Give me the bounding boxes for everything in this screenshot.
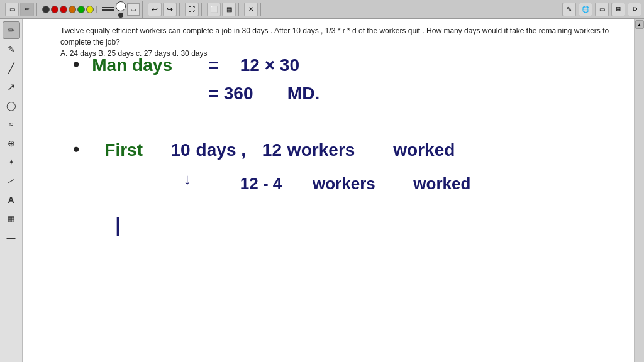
tool-line[interactable]: ╱ bbox=[3, 59, 20, 77]
tool-brush[interactable]: ≈ bbox=[3, 116, 20, 133]
tool-arrow[interactable]: ↗ bbox=[3, 78, 20, 96]
svg-text:MD.: MD. bbox=[287, 84, 319, 103]
toolbar-group-colors bbox=[40, 6, 97, 13]
web-icon[interactable]: 🌐 bbox=[579, 3, 592, 16]
svg-text:days ,: days , bbox=[196, 140, 247, 160]
tool-btn-1[interactable]: ⬜ bbox=[207, 3, 221, 16]
toolbar-group-history: ↩ ↪ bbox=[145, 3, 180, 16]
whiteboard-canvas[interactable]: Twelve equally efficient workers can com… bbox=[23, 19, 634, 362]
color-red1[interactable] bbox=[51, 6, 58, 13]
svg-text:|: | bbox=[115, 213, 121, 236]
fullscreen-btn[interactable]: ⛶ bbox=[185, 3, 199, 16]
toolbar-group-view: ⛶ bbox=[182, 3, 202, 16]
shape-tool-btn[interactable]: ▭ bbox=[5, 3, 19, 16]
handwriting-layer: Man days = 12 × 30 = 360 MD. First 10 da… bbox=[23, 19, 634, 362]
svg-text:=: = bbox=[209, 55, 219, 75]
redo-btn[interactable]: ↪ bbox=[163, 3, 177, 16]
scroll-up-btn[interactable]: ▲ bbox=[635, 20, 644, 29]
tool-shape[interactable]: ◯ bbox=[3, 97, 20, 114]
svg-text:workers: workers bbox=[312, 174, 375, 193]
tool-divider[interactable]: — bbox=[3, 229, 20, 246]
right-panel: ▲ bbox=[634, 19, 644, 362]
undo-btn[interactable]: ↩ bbox=[148, 3, 162, 16]
pen-tool-btn[interactable]: ✏ bbox=[20, 3, 34, 16]
svg-text:workers: workers bbox=[287, 140, 355, 160]
svg-text:worked: worked bbox=[392, 140, 455, 160]
toolbar-right: ✎ 🌐 ▭ 🖥 ⚙ bbox=[562, 3, 641, 16]
toolbar-group-shapes: ▭ ✏ bbox=[3, 3, 37, 16]
tool-image[interactable]: ▦ bbox=[3, 210, 20, 228]
color-green[interactable] bbox=[77, 6, 85, 13]
svg-text:12 - 4: 12 - 4 bbox=[240, 174, 282, 193]
toolbar-group-tools2: ⬜ ▦ bbox=[204, 3, 239, 16]
svg-text:= 360: = 360 bbox=[209, 84, 253, 103]
monitor-icon[interactable]: 🖥 bbox=[611, 3, 625, 16]
svg-text:worked: worked bbox=[413, 174, 470, 193]
settings2-icon[interactable]: ⚙ bbox=[628, 3, 641, 16]
svg-point-0 bbox=[74, 62, 79, 67]
stroke-selector[interactable]: ▭ bbox=[127, 3, 140, 16]
svg-text:Man days: Man days bbox=[92, 55, 172, 75]
tool-eraser[interactable]: ✏ bbox=[3, 21, 20, 39]
tool-text[interactable]: A bbox=[3, 191, 20, 209]
tool-btn-2[interactable]: ▦ bbox=[222, 3, 236, 16]
color-red2[interactable] bbox=[60, 6, 67, 13]
tool-pencil[interactable]: ✎ bbox=[3, 40, 20, 58]
main-toolbar: ▭ ✏ ▭ ↩ ↪ ⛶ ⬜ ▦ ✕ ✎ 🌐 ▭ 🖥 bbox=[0, 0, 644, 19]
toolbar-group-stroke: ▭ bbox=[99, 1, 143, 18]
svg-point-6 bbox=[74, 147, 79, 152]
toolbar-group-extra: ✕ bbox=[242, 3, 261, 16]
color-orange[interactable] bbox=[69, 6, 76, 13]
color-black[interactable] bbox=[42, 6, 50, 13]
left-sidebar: ✏ ✎ ╱ ↗ ◯ ≈ ⊕ ✦ / A ▦ — bbox=[0, 19, 23, 362]
main-area: ✏ ✎ ╱ ↗ ◯ ≈ ⊕ ✦ / A ▦ — Twelve equally e… bbox=[0, 19, 644, 362]
tool-zoom[interactable]: ⊕ bbox=[3, 134, 20, 152]
window-icon[interactable]: ▭ bbox=[595, 3, 609, 16]
tool-move[interactable]: ✦ bbox=[3, 153, 20, 171]
svg-text:12: 12 bbox=[262, 140, 282, 160]
extra-btn[interactable]: ✕ bbox=[244, 3, 258, 16]
svg-text:↓: ↓ bbox=[184, 170, 191, 187]
tool-select[interactable]: / bbox=[0, 168, 23, 194]
color-yellow[interactable] bbox=[86, 6, 94, 13]
svg-text:First: First bbox=[104, 140, 143, 160]
svg-text:12 × 30: 12 × 30 bbox=[240, 55, 299, 75]
svg-text:10: 10 bbox=[170, 140, 190, 160]
settings-icon[interactable]: ✎ bbox=[562, 3, 576, 16]
